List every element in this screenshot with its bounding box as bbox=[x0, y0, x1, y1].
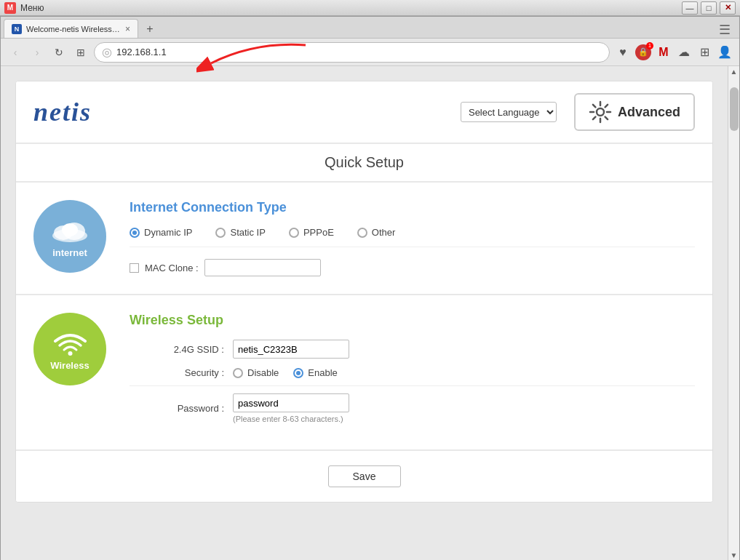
security-row: Security : Disable Enable bbox=[130, 367, 695, 386]
quick-setup-header: Quick Setup bbox=[16, 144, 712, 183]
radio-label-pppoe: PPPoE bbox=[303, 227, 334, 238]
language-select[interactable]: Select Language English Chinese bbox=[461, 102, 557, 122]
new-tab-button[interactable]: + bbox=[141, 20, 159, 38]
internet-section: internet Internet Connection Type bbox=[16, 183, 712, 295]
language-select-wrapper: Select Language English Chinese bbox=[461, 102, 557, 122]
radio-disable[interactable]: Disable bbox=[233, 367, 279, 378]
password-hint: (Please enter 8-63 characters.) bbox=[233, 415, 349, 423]
forward-button[interactable]: › bbox=[28, 44, 46, 61]
radio-dot-enable bbox=[296, 371, 301, 375]
router-page: netis Select Language English Chinese bbox=[15, 81, 713, 503]
radio-circle-dynamic-ip bbox=[130, 228, 140, 238]
ssid-row: 2.4G SSID : bbox=[130, 340, 695, 359]
netis-logo: netis bbox=[33, 97, 461, 127]
browser-tab[interactable]: N Welcome-netis Wireless N... × bbox=[4, 19, 138, 38]
radio-label-static-ip: Static IP bbox=[230, 227, 265, 238]
svg-line-5 bbox=[593, 105, 596, 108]
scrollbar-down-arrow[interactable]: ▼ bbox=[731, 551, 738, 559]
password-row: Password : (Please enter 8-63 characters… bbox=[130, 393, 695, 423]
address-bar[interactable]: ◎ bbox=[94, 42, 610, 63]
maximize-button[interactable]: □ bbox=[701, 1, 717, 15]
close-button[interactable]: ✕ bbox=[720, 1, 736, 15]
radio-label-other: Other bbox=[372, 227, 396, 238]
quick-setup-title: Quick Setup bbox=[325, 154, 404, 170]
tab-close-button[interactable]: × bbox=[125, 24, 130, 34]
internet-icon-label: internet bbox=[52, 247, 87, 258]
wireless-icon: Wireless bbox=[33, 313, 106, 385]
internet-section-title: Internet Connection Type bbox=[130, 200, 695, 215]
security-icon[interactable]: 🔒 1 bbox=[634, 44, 652, 61]
svg-line-8 bbox=[593, 117, 596, 120]
save-button[interactable]: Save bbox=[328, 465, 401, 487]
radio-enable[interactable]: Enable bbox=[293, 367, 337, 378]
mac-clone-input[interactable] bbox=[204, 259, 321, 276]
location-icon: ◎ bbox=[102, 45, 112, 59]
account-icon[interactable]: 👤 bbox=[716, 44, 733, 61]
window-controls: — □ ✕ bbox=[682, 1, 736, 15]
svg-line-7 bbox=[605, 105, 608, 108]
wireless-section-content: Wireless Setup 2.4G SSID : Security : bbox=[130, 313, 695, 432]
refresh-button[interactable]: ↻ bbox=[50, 44, 68, 61]
cloud-icon[interactable]: ☁ bbox=[675, 44, 693, 61]
back-button[interactable]: ‹ bbox=[7, 44, 24, 61]
minimize-button[interactable]: — bbox=[682, 1, 698, 15]
router-header: netis Select Language English Chinese bbox=[16, 81, 712, 144]
svg-point-0 bbox=[597, 108, 604, 116]
radio-pppoe[interactable]: PPPoE bbox=[289, 227, 334, 238]
mac-clone-label: MAC Clone : bbox=[145, 263, 199, 273]
gmail-icon[interactable]: M bbox=[655, 44, 672, 61]
tab-favicon: N bbox=[12, 24, 22, 34]
wireless-section: Wireless Wireless Setup 2.4G SSID : bbox=[16, 295, 712, 451]
radio-other[interactable]: Other bbox=[357, 227, 396, 238]
internet-icon: internet bbox=[33, 200, 106, 273]
tab-bar: N Welcome-netis Wireless N... × + ☰ bbox=[1, 17, 739, 39]
radio-label-dynamic-ip: Dynamic IP bbox=[144, 227, 192, 238]
gear-icon bbox=[589, 100, 612, 124]
tab-label: Welcome-netis Wireless N... bbox=[26, 25, 121, 33]
scrollbar[interactable]: ▲ ▼ bbox=[728, 66, 739, 560]
password-label: Password : bbox=[130, 403, 224, 414]
password-input[interactable] bbox=[233, 393, 349, 412]
radio-dot-dynamic-ip bbox=[132, 231, 137, 235]
svg-point-12 bbox=[62, 223, 78, 236]
advanced-button[interactable]: Advanced bbox=[574, 93, 695, 131]
connection-type-radio-group: Dynamic IP Static IP PPP bbox=[130, 227, 695, 247]
wireless-section-title: Wireless Setup bbox=[130, 313, 695, 328]
toolbar-icons: ♥ 🔒 1 M ☁ ⊞ 👤 bbox=[614, 44, 733, 61]
main-content: netis Select Language English Chinese bbox=[1, 66, 728, 560]
browser-toolbar: ‹ › ↻ ⊞ ◎ ♥ 🔒 1 M ☁ ⊞ 👤 bbox=[1, 39, 739, 66]
apps-grid-icon[interactable]: ⊞ bbox=[696, 44, 713, 61]
svg-line-6 bbox=[605, 117, 608, 120]
badge: 1 bbox=[646, 42, 653, 49]
browser-menu-icon[interactable]: ☰ bbox=[719, 22, 736, 38]
security-label: Security : bbox=[130, 367, 224, 378]
radio-circle-other bbox=[357, 228, 367, 238]
radio-circle-disable bbox=[233, 368, 243, 378]
apps-button[interactable]: ⊞ bbox=[72, 44, 89, 61]
internet-section-content: Internet Connection Type Dynamic IP bbox=[130, 200, 695, 276]
mac-clone-row: MAC Clone : bbox=[130, 259, 695, 276]
wireless-icon-label: Wireless bbox=[50, 360, 89, 371]
advanced-button-label: Advanced bbox=[618, 105, 680, 120]
bookmark-icon[interactable]: ♥ bbox=[614, 44, 632, 61]
scrollbar-thumb[interactable] bbox=[730, 87, 739, 131]
os-title: Меню bbox=[20, 3, 682, 13]
mac-clone-checkbox[interactable] bbox=[130, 263, 139, 273]
ssid-input[interactable] bbox=[233, 340, 349, 359]
radio-dynamic-ip[interactable]: Dynamic IP bbox=[130, 227, 192, 238]
wifi-svg bbox=[50, 328, 90, 357]
radio-label-disable: Disable bbox=[247, 367, 279, 378]
os-icon: M bbox=[4, 2, 16, 14]
radio-circle-enable bbox=[293, 368, 303, 378]
radio-circle-static-ip bbox=[215, 228, 226, 238]
radio-circle-pppoe bbox=[289, 228, 299, 238]
radio-static-ip[interactable]: Static IP bbox=[215, 227, 265, 238]
scrollbar-up-arrow[interactable]: ▲ bbox=[731, 68, 738, 76]
radio-label-enable: Enable bbox=[308, 367, 337, 378]
cloud-svg bbox=[50, 215, 90, 244]
save-area: Save bbox=[16, 451, 712, 502]
ssid-label: 2.4G SSID : bbox=[130, 344, 224, 355]
page-content: netis Select Language English Chinese bbox=[1, 66, 739, 560]
address-input[interactable] bbox=[116, 47, 602, 57]
svg-point-13 bbox=[68, 351, 72, 356]
